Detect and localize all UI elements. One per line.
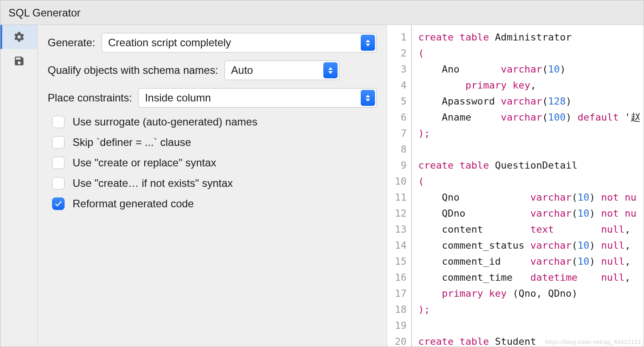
constraints-label: Place constraints: — [48, 92, 132, 104]
line-gutter: 1234567891011121314151617181920 — [387, 25, 411, 347]
code-line: primary key, — [418, 77, 644, 93]
line-number: 19 — [387, 318, 407, 334]
generate-label: Generate: — [48, 36, 95, 49]
line-number: 9 — [387, 157, 407, 174]
checkbox-row-2: Use "create or replace" syntax — [52, 157, 377, 169]
line-number: 1 — [387, 29, 407, 45]
code-line: QDno varchar(10) not nu — [418, 206, 644, 222]
options-panel: Generate: Creation script completely Qua… — [38, 25, 387, 347]
line-number: 12 — [387, 206, 407, 222]
qualify-row: Qualify objects with schema names: Auto — [48, 61, 377, 80]
code-line: primary key (Qno, QDno) — [418, 286, 644, 302]
qualify-select[interactable]: Auto — [224, 61, 339, 80]
checkbox-label: Use "create or replace" syntax — [73, 157, 216, 169]
chevron-updown-icon — [361, 35, 375, 51]
code-line — [418, 318, 644, 334]
code-line: comment_time datetime null, — [418, 270, 644, 286]
generate-value: Creation script completely — [108, 36, 231, 49]
line-number: 15 — [387, 254, 407, 270]
line-number: 10 — [387, 174, 407, 190]
checkbox-row-0: Use surrogate (auto-generated) names — [52, 116, 377, 128]
qualify-label: Qualify objects with schema names: — [48, 64, 218, 77]
save-tab[interactable] — [0, 49, 37, 73]
window-body: Generate: Creation script completely Qua… — [0, 25, 644, 347]
line-number: 13 — [387, 222, 407, 238]
line-number: 6 — [387, 109, 407, 125]
line-number: 4 — [387, 77, 407, 93]
window-title-text: SQL Generator — [8, 7, 81, 19]
save-icon — [13, 55, 25, 67]
line-number: 3 — [387, 61, 407, 77]
checkbox[interactable] — [52, 177, 65, 190]
line-number: 16 — [387, 270, 407, 286]
code-line: comment_id varchar(10) null, — [418, 254, 644, 270]
code-line: content text null, — [418, 222, 644, 238]
checkbox[interactable] — [52, 198, 65, 210]
constraints-value: Inside column — [145, 92, 211, 104]
checkbox-label: Use surrogate (auto-generated) names — [73, 116, 257, 128]
checkbox-label: Skip `definer = ...` clause — [73, 136, 191, 149]
watermark: https://blog.csdn.net/qq_43422111 — [545, 339, 641, 345]
line-number: 7 — [387, 125, 407, 141]
code-panel: 1234567891011121314151617181920 create t… — [387, 25, 644, 347]
checkbox[interactable] — [52, 157, 65, 169]
line-number: 11 — [387, 190, 407, 206]
code-line: Aname varchar(100) default '赵 — [418, 109, 644, 125]
code-line: ); — [418, 302, 644, 318]
code-line: create table Administrator — [418, 29, 644, 45]
qualify-value: Auto — [231, 64, 253, 77]
line-number: 17 — [387, 286, 407, 302]
checkbox-row-4: Reformat generated code — [52, 198, 377, 210]
constraints-row: Place constraints: Inside column — [48, 88, 377, 108]
checkbox[interactable] — [52, 136, 65, 149]
sql-generator-window: SQL Generator Generate: Creation script … — [0, 0, 644, 347]
left-rail — [0, 25, 38, 347]
generate-select[interactable]: Creation script completely — [102, 33, 377, 52]
settings-tab[interactable] — [0, 25, 37, 49]
code-line: Qno varchar(10) not nu — [418, 190, 644, 206]
code-line: ); — [418, 125, 644, 141]
code-line: Apassword varchar(128) — [418, 93, 644, 109]
generate-row: Generate: Creation script completely — [48, 33, 377, 52]
line-number: 20 — [387, 334, 407, 347]
code-line: ( — [418, 45, 644, 61]
code-line — [418, 141, 644, 157]
checkbox-label: Use "create… if not exists" syntax — [73, 177, 233, 190]
line-number: 8 — [387, 141, 407, 157]
line-number: 14 — [387, 238, 407, 254]
code-line: Ano varchar(10) — [418, 61, 644, 77]
constraints-select[interactable]: Inside column — [138, 88, 377, 108]
chevron-updown-icon — [361, 90, 375, 106]
code-line: create table QuestionDetail — [418, 157, 644, 174]
window-title: SQL Generator — [0, 0, 644, 25]
line-number: 5 — [387, 93, 407, 109]
line-number: 2 — [387, 45, 407, 61]
check-icon — [54, 200, 62, 208]
code-editor[interactable]: create table Administrator( Ano varchar(… — [411, 25, 644, 347]
chevron-updown-icon — [323, 62, 338, 78]
gear-icon — [13, 31, 25, 43]
checkbox-label: Reformat generated code — [73, 198, 194, 210]
code-line: ( — [418, 174, 644, 190]
code-line: comment_status varchar(10) null, — [418, 238, 644, 254]
checkbox-row-1: Skip `definer = ...` clause — [52, 136, 377, 149]
checkbox-row-3: Use "create… if not exists" syntax — [52, 177, 377, 190]
line-number: 18 — [387, 302, 407, 318]
checkbox[interactable] — [52, 116, 65, 128]
